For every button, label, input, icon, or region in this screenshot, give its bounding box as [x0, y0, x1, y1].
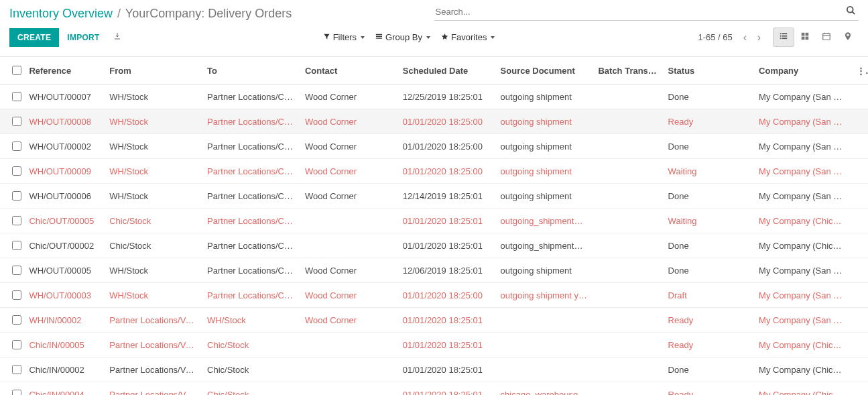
col-source[interactable]: Source Document — [495, 57, 593, 84]
table-row[interactable]: WH/OUT/00003WH/StockPartner Locations/Cu… — [0, 283, 868, 308]
cell-date: 01/01/2020 18:25:01 — [397, 233, 495, 258]
cell-reference: Chic/IN/00002 — [23, 357, 104, 382]
row-checkbox[interactable] — [12, 266, 21, 275]
cell-reference: WH/OUT/00003 — [23, 283, 104, 308]
table-row[interactable]: Chic/IN/00005Partner Locations/Ve…Chic/S… — [0, 333, 868, 357]
cell-date: 01/01/2020 18:25:00 — [397, 283, 495, 308]
pager-prev-button[interactable]: ‹ — [739, 30, 751, 45]
table-row[interactable]: WH/OUT/00005WH/StockPartner Locations/Cu… — [0, 258, 868, 283]
table-row[interactable]: Chic/OUT/00002Chic/StockPartner Location… — [0, 233, 868, 258]
svg-rect-14 — [806, 37, 809, 40]
table-row[interactable]: WH/OUT/00009WH/StockPartner Locations/Cu… — [0, 159, 868, 184]
cell-status: Waiting — [663, 209, 753, 233]
col-scheduled[interactable]: Scheduled Date — [397, 57, 495, 84]
cell-reference: WH/OUT/00009 — [23, 159, 104, 184]
table-row[interactable]: WH/IN/00002Partner Locations/Ve…WH/Stock… — [0, 308, 868, 333]
pager-next-button[interactable]: › — [753, 30, 765, 45]
filters-button[interactable]: Filters — [318, 30, 370, 45]
cell-batch — [593, 209, 662, 233]
col-contact[interactable]: Contact — [300, 57, 397, 84]
col-batch[interactable]: Batch Transfer — [593, 57, 662, 84]
breadcrumb-root[interactable]: Inventory Overview — [9, 7, 113, 20]
caret-down-icon — [361, 36, 365, 39]
cell-company: My Company (Chicag… — [753, 333, 851, 357]
cell-company: My Company (San Fr… — [753, 159, 851, 184]
row-checkbox[interactable] — [12, 191, 21, 201]
export-button[interactable] — [108, 27, 127, 47]
cell-source: outgoing shipment — [495, 84, 593, 109]
calendar-view-button[interactable] — [816, 27, 837, 47]
cell-company: My Company (San Fr… — [753, 134, 851, 159]
svg-rect-11 — [802, 33, 805, 36]
cell-from: WH/Stock — [104, 134, 202, 159]
list-icon — [779, 32, 788, 43]
favorites-button[interactable]: Favorites — [436, 30, 500, 45]
cell-reference: WH/OUT/00007 — [23, 84, 104, 109]
cell-company: My Company (San Fr… — [753, 84, 851, 109]
cell-source: outgoing shipment — [495, 258, 593, 283]
col-to[interactable]: To — [202, 57, 300, 84]
table-row[interactable]: Chic/IN/00002Partner Locations/Ve…Chic/S… — [0, 357, 868, 382]
row-checkbox[interactable] — [12, 117, 21, 126]
table-row[interactable]: Chic/IN/00004Partner Locations/Ve…Chic/S… — [0, 382, 868, 396]
search-input[interactable] — [434, 6, 844, 17]
cell-from: Partner Locations/Ve… — [104, 333, 202, 357]
chevron-left-icon: ‹ — [743, 32, 747, 43]
cell-company: My Company (Chicag… — [753, 233, 851, 258]
svg-rect-12 — [806, 33, 809, 36]
cell-contact — [300, 233, 397, 258]
cell-from: WH/Stock — [104, 159, 202, 184]
col-from[interactable]: From — [104, 57, 202, 84]
table-row[interactable]: WH/OUT/00002WH/StockPartner Locations/Cu… — [0, 134, 868, 159]
list-view-button[interactable] — [773, 27, 794, 47]
cell-status: Done — [663, 258, 753, 283]
cell-date: 01/01/2020 18:25:01 — [397, 209, 495, 233]
cell-status: Ready — [663, 109, 753, 134]
svg-rect-8 — [782, 36, 788, 37]
row-checkbox[interactable] — [12, 216, 21, 225]
col-reference[interactable]: Reference — [23, 57, 104, 84]
pager-text[interactable]: 1-65 / 65 — [691, 32, 739, 42]
cell-from: Partner Locations/Ve… — [104, 308, 202, 333]
cell-source: outgoing shipment — [495, 184, 593, 209]
cell-date: 01/01/2020 18:25:01 — [397, 382, 495, 396]
search-icon[interactable] — [843, 5, 859, 17]
row-checkbox[interactable] — [12, 142, 21, 151]
cell-reference: WH/OUT/00008 — [23, 109, 104, 134]
groupby-button[interactable]: Group By — [370, 30, 436, 45]
select-all-checkbox[interactable] — [12, 66, 21, 75]
map-view-button[interactable] — [837, 27, 859, 47]
cell-reference: WH/OUT/00005 — [23, 258, 104, 283]
cell-batch — [593, 184, 662, 209]
cell-contact: Wood Corner — [300, 134, 397, 159]
row-checkbox[interactable] — [12, 365, 21, 374]
row-checkbox[interactable] — [12, 340, 21, 349]
row-checkbox[interactable] — [12, 92, 21, 101]
col-company[interactable]: Company — [753, 57, 851, 84]
cell-to: Chic/Stock — [202, 357, 300, 382]
favorites-label: Favorites — [451, 32, 487, 42]
col-status[interactable]: Status — [663, 57, 753, 84]
table-row[interactable]: WH/OUT/00007WH/StockPartner Locations/Cu… — [0, 84, 868, 109]
row-checkbox[interactable] — [12, 241, 21, 250]
cell-contact: Wood Corner — [300, 159, 397, 184]
cell-to: Partner Locations/Cu… — [202, 159, 300, 184]
kanban-view-button[interactable] — [794, 27, 816, 47]
table-row[interactable]: Chic/OUT/00005Chic/StockPartner Location… — [0, 209, 868, 233]
row-checkbox[interactable] — [12, 390, 21, 395]
row-checkbox[interactable] — [12, 166, 21, 176]
row-checkbox[interactable] — [12, 315, 21, 325]
cell-from: Partner Locations/Ve… — [104, 382, 202, 396]
cell-batch — [593, 159, 662, 184]
star-icon — [441, 32, 448, 42]
table-row[interactable]: WH/OUT/00006WH/StockPartner Locations/Cu… — [0, 184, 868, 209]
cell-to: Partner Locations/Cu… — [202, 184, 300, 209]
cell-contact: Wood Corner — [300, 109, 397, 134]
table-row[interactable]: WH/OUT/00008WH/StockPartner Locations/Cu… — [0, 109, 868, 134]
cell-source: outgoing shipment y… — [495, 283, 593, 308]
cell-date: 01/01/2020 18:25:01 — [397, 333, 495, 357]
column-options-button[interactable]: ⋮ — [851, 57, 868, 84]
import-button[interactable]: IMPORT — [59, 28, 107, 47]
create-button[interactable]: CREATE — [9, 28, 59, 47]
row-checkbox[interactable] — [12, 290, 21, 300]
